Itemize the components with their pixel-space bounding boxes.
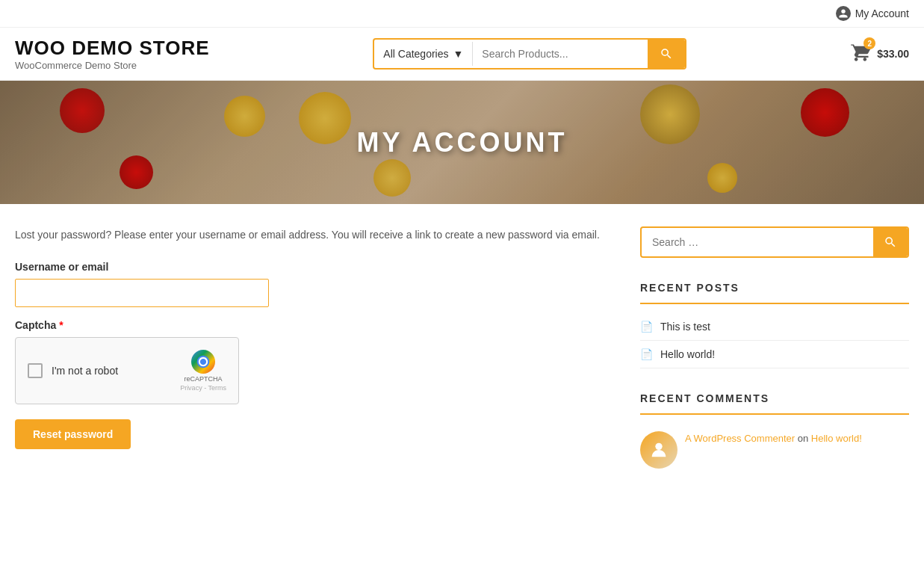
brand-title: WOO DEMO STORE (15, 37, 210, 60)
recaptcha-logo-area: reCAPTCHA Privacy - Terms (180, 350, 226, 392)
reset-password-button[interactable]: Reset password (15, 419, 131, 449)
lost-password-description: Lost your password? Please enter your us… (15, 226, 610, 243)
search-icon (660, 47, 673, 61)
chevron-down-icon: ▼ (453, 48, 464, 60)
sidebar-search-button[interactable] (873, 228, 908, 256)
recent-posts-section: RECENT POSTS 📄 This is test 📄 Hello worl… (640, 282, 909, 368)
list-item: 📄 This is test (640, 313, 909, 341)
hero-banner: MY ACCOUNT (0, 81, 924, 204)
post-icon-1: 📄 (640, 321, 653, 333)
site-header: WOO DEMO STORE WooCommerce Demo Store Al… (0, 28, 924, 81)
search-submit-button[interactable] (648, 40, 685, 68)
hero-title: MY ACCOUNT (357, 127, 568, 158)
ornament-red-3 (801, 88, 849, 137)
content-left: Lost your password? Please enter your us… (15, 226, 610, 476)
captcha-widget[interactable]: I'm not a robot reCAPTCHA Privacy - (15, 337, 239, 404)
comment-on: on (798, 433, 811, 444)
ornament-red-1 (60, 88, 105, 133)
recaptcha-brand: reCAPTCHA (185, 375, 223, 383)
captcha-checkbox[interactable] (28, 363, 43, 378)
brand-subtitle: WooCommerce Demo Store (15, 60, 210, 71)
privacy-link[interactable]: Privacy (180, 384, 202, 392)
ornament-red-2 (120, 155, 153, 189)
post-icon-2: 📄 (640, 348, 653, 360)
captcha-label: Captcha * (15, 319, 610, 331)
ornament-gold-1 (299, 92, 351, 144)
category-dropdown[interactable]: All Categories ▼ (374, 42, 473, 66)
comment-post-link[interactable]: Hello world! (811, 433, 862, 444)
username-label: Username or email (15, 261, 610, 273)
brand-area: WOO DEMO STORE WooCommerce Demo Store (15, 37, 210, 71)
my-account-link[interactable]: My Account (836, 6, 909, 21)
comment-avatar (640, 431, 678, 469)
ornament-gold-5 (707, 163, 737, 193)
category-label: All Categories (383, 48, 448, 60)
avatar-icon (648, 439, 669, 460)
recent-posts-title: RECENT POSTS (640, 282, 909, 304)
sidebar-search-icon (884, 235, 897, 249)
recent-comments-section: RECENT COMMENTS A WordPress Commenter on… (640, 392, 909, 476)
recaptcha-logo (191, 350, 215, 374)
cart-price: $33.00 (877, 48, 909, 60)
comment-author[interactable]: A WordPress Commenter (685, 433, 795, 444)
main-layout: Lost your password? Please enter your us… (0, 204, 924, 499)
comment-item: A WordPress Commenter on Hello world! (640, 424, 909, 476)
sidebar-search-input[interactable] (642, 229, 873, 256)
cart-icon-wrapper: 2 (850, 42, 871, 66)
product-search-input[interactable] (473, 42, 648, 66)
username-email-group: Username or email (15, 261, 610, 307)
recent-comments-title: RECENT COMMENTS (640, 392, 909, 415)
cart-area[interactable]: 2 $33.00 (850, 42, 909, 66)
ornament-gold-2 (373, 159, 411, 197)
recaptcha-links: Privacy - Terms (180, 384, 226, 392)
terms-link[interactable]: Terms (208, 384, 227, 392)
sidebar: RECENT POSTS 📄 This is test 📄 Hello worl… (640, 226, 909, 476)
sidebar-search (640, 226, 909, 258)
ornament-gold-3 (224, 96, 265, 137)
list-item: 📄 Hello world! (640, 341, 909, 368)
captcha-required-star: * (59, 319, 63, 331)
recent-posts-list: 📄 This is test 📄 Hello world! (640, 313, 909, 368)
cart-badge: 2 (863, 37, 875, 49)
ornament-gold-4 (640, 84, 700, 144)
account-icon (836, 6, 851, 21)
account-label: My Account (855, 7, 909, 19)
captcha-text-area: I'm not a robot (52, 365, 171, 377)
comment-text: A WordPress Commenter on Hello world! (685, 431, 862, 446)
search-bar: All Categories ▼ (373, 38, 686, 70)
svg-point-0 (655, 443, 662, 450)
top-bar: My Account (0, 0, 924, 28)
post-link-1[interactable]: This is test (660, 321, 710, 333)
captcha-text: I'm not a robot (52, 365, 171, 377)
username-email-input[interactable] (15, 279, 269, 307)
post-link-2[interactable]: Hello world! (660, 348, 715, 360)
captcha-group: Captcha * I'm not a robot reC (15, 319, 610, 404)
